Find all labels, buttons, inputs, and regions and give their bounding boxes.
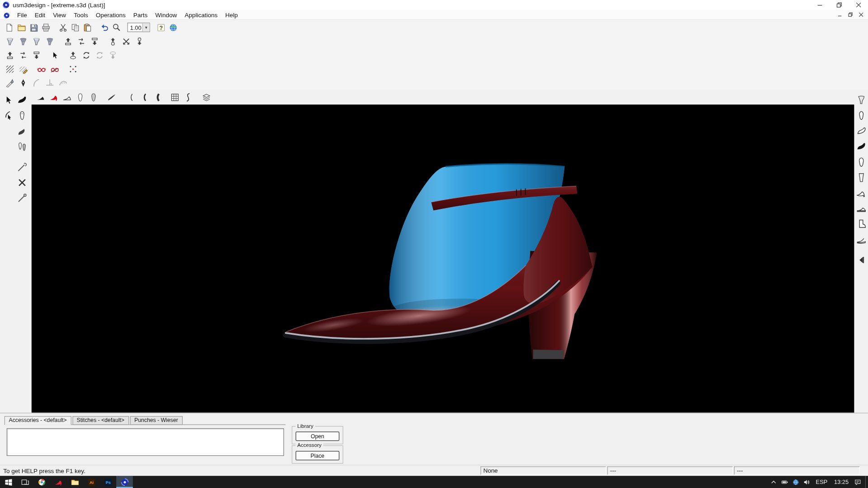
knife-button[interactable] [3,76,16,89]
cut-button[interactable] [57,22,69,33]
glasses-red-line-button[interactable] [48,63,61,75]
globe-view-button[interactable] [167,22,180,33]
arc-mid-button[interactable] [137,91,150,104]
last-side-outline-button[interactable] [854,124,868,138]
hatch-pen-button[interactable] [17,63,30,75]
delete-cross-button[interactable] [15,175,28,190]
seam-curve-button[interactable] [181,91,194,104]
menu-item-parts[interactable]: Parts [129,11,152,19]
needle-thread-button[interactable] [15,160,28,174]
copy-button[interactable] [69,22,81,33]
insole-white-button[interactable] [74,91,87,104]
last-side-dark-button[interactable] [15,93,28,107]
zoom-select-button[interactable] [111,22,123,33]
restore-button[interactable] [829,0,849,10]
insole-outline-button[interactable] [854,155,868,169]
last-lower-button[interactable] [133,35,146,47]
insole-gray-button[interactable] [87,91,100,104]
shoe-red-heel-button[interactable] [47,91,60,104]
arc-thin-button[interactable] [123,91,137,104]
chevron-down-icon[interactable]: ▾ [142,23,150,31]
zoom-level-dropdown[interactable]: 1.00▾ [127,23,150,32]
undo-button[interactable] [99,22,111,33]
pointer-tool-button[interactable] [2,93,15,107]
menu-item-help[interactable]: Help [222,11,242,19]
save-button[interactable] [28,22,40,33]
part-exchange-button[interactable] [75,35,88,47]
menu-item-view[interactable]: View [49,11,70,19]
tab-punches-wieser[interactable]: Punches - Wieser [130,416,182,425]
heel-render-b-button[interactable] [17,35,30,47]
last-exchange-button[interactable] [119,35,133,47]
last-top-view-button[interactable] [15,109,28,123]
taskbar-photoshop-button[interactable]: Ps [100,476,116,488]
glasses-red-button[interactable] [35,63,48,75]
part-lower-button[interactable] [88,35,101,47]
taskbar-chrome-button[interactable] [33,476,50,488]
shoe-dark-button[interactable] [34,91,47,104]
menu-item-applications[interactable]: Applications [181,11,222,19]
last-tilted-button[interactable] [15,124,28,138]
show-desktop-button[interactable] [865,476,868,488]
menu-item-file[interactable]: File [13,11,31,19]
taskbar-file-explorer-button[interactable] [66,476,83,488]
new-document-button[interactable] [3,22,15,33]
mdi-minimize-button[interactable] [835,11,844,18]
taskbar-task-view-button[interactable] [17,476,33,488]
tray-battery-button[interactable] [779,479,790,486]
arc-thick-button[interactable] [150,91,163,104]
part-raise-button[interactable] [3,49,16,61]
heel-render-d-button[interactable] [43,35,56,47]
clock[interactable]: 13:25 [831,479,852,485]
hatch-fill-button[interactable] [3,63,16,75]
taskbar-illustrator-button[interactable]: Ai [83,476,100,488]
part-exchange-button[interactable] [17,49,30,61]
flat-shoe-outline-button[interactable] [854,201,868,215]
paste-button[interactable] [81,22,94,33]
render-canvas[interactable] [32,104,854,412]
tab-stitches-default-[interactable]: Stitches - <default> [72,416,129,425]
pump-outline-button[interactable] [854,186,868,200]
heel-render-a-button[interactable] [3,35,16,47]
collapse-left-button[interactable] [854,253,868,267]
heel-carved-button[interactable] [854,93,868,107]
tab-accessories-default-[interactable]: Accessories - <default> [5,416,71,425]
rotate-pair-button[interactable] [80,49,93,61]
taskbar-usm3design-app-button[interactable] [116,476,133,488]
tray-volume-button[interactable] [802,479,812,486]
place-accessory-button[interactable]: Place [296,451,340,460]
close-button[interactable] [849,0,868,10]
help-button[interactable]: ? [155,22,167,33]
taskbar-shoe-app-button[interactable] [50,476,66,488]
open-folder-button[interactable] [15,22,28,33]
boot-outline-button[interactable] [854,217,868,231]
start-button[interactable] [0,476,17,488]
pen-nib-button[interactable] [17,76,30,89]
arc-select-button[interactable] [2,109,15,123]
menu-item-tools[interactable]: Tools [70,11,92,19]
part-raise-button[interactable] [62,35,75,47]
pointer-tool-button[interactable] [48,49,61,61]
last-side-dark-button[interactable] [854,139,868,153]
grid-box-button[interactable] [168,91,181,104]
language-indicator[interactable]: ESP [812,479,830,485]
menu-item-window[interactable]: Window [152,11,181,19]
insole-pair-button[interactable] [15,139,28,153]
shoe-3d-render[interactable] [32,104,854,412]
print-button[interactable] [40,22,52,33]
menu-item-edit[interactable]: Edit [31,11,49,19]
accessory-list[interactable] [7,428,284,456]
lift-up-button[interactable] [66,49,80,61]
action-center-button[interactable] [852,479,863,486]
shoe-outline-button[interactable] [60,91,73,104]
last-top-outline-button[interactable] [854,109,868,123]
layer-stack-button[interactable] [200,91,213,104]
swoosh-button[interactable] [105,91,119,104]
part-lower-button[interactable] [30,49,43,61]
mdi-close-button[interactable] [856,11,865,18]
last-raise-button[interactable] [106,35,119,47]
open-library-button[interactable]: Open [296,431,340,441]
needle-thread-b-button[interactable] [15,191,28,205]
mdi-restore-button[interactable] [846,11,855,18]
heel-block-button[interactable] [854,171,868,185]
